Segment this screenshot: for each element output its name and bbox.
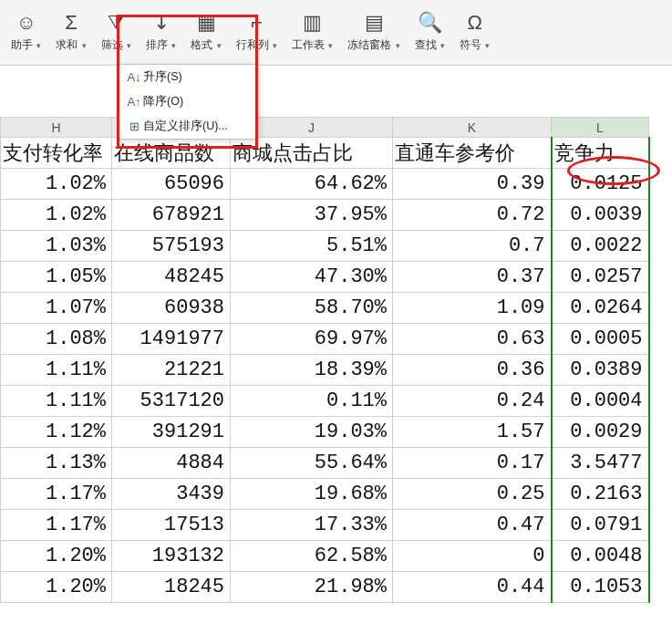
cell[interactable]: 1.20% (1, 541, 112, 572)
sort-menu-item-0[interactable]: A↓升序(S) (118, 65, 257, 89)
table-row: 1.17%1751317.33%0.470.0791 (1, 510, 649, 541)
cell[interactable]: 0.0791 (552, 510, 649, 541)
cell[interactable]: 1.11% (1, 386, 112, 417)
cell[interactable]: 0.0048 (552, 541, 649, 572)
sort-menu-label: 降序(O) (143, 94, 183, 109)
sort-menu-icon: A↓ (125, 70, 143, 84)
cell[interactable]: 0.0039 (552, 200, 649, 231)
cell[interactable]: 0.7 (393, 231, 552, 262)
cell[interactable]: 0.0022 (552, 231, 649, 262)
cell[interactable]: 0.17 (393, 448, 552, 479)
toolbar-sum-button[interactable]: Σ求和 ▾ (48, 0, 93, 58)
cell[interactable]: 55.64% (231, 448, 393, 479)
toolbar-filter-button[interactable]: ⧩筛选 ▾ (94, 0, 139, 58)
cell[interactable]: 58.70% (231, 293, 393, 324)
cell[interactable]: 1.13% (1, 448, 112, 479)
cell[interactable]: 60938 (112, 293, 231, 324)
cell[interactable]: 69.97% (231, 324, 393, 355)
cell[interactable]: 0 (393, 541, 552, 572)
filter-icon: ⧩ (108, 10, 124, 36)
cell[interactable]: 17513 (112, 510, 231, 541)
cell[interactable]: 64.62% (231, 169, 393, 200)
cell[interactable]: 1.57 (393, 417, 552, 448)
cell[interactable]: 1491977 (112, 324, 231, 355)
toolbar-assistant-button[interactable]: ☺助手 ▾ (4, 0, 48, 58)
column-title[interactable]: 直通车参考价 (393, 138, 552, 169)
cell[interactable]: 0.0389 (552, 355, 649, 386)
cell[interactable]: 0.63 (393, 324, 552, 355)
cell[interactable]: 5.51% (231, 231, 393, 262)
column-title[interactable]: 商城点击占比 (231, 138, 393, 169)
cell[interactable]: 1.07% (1, 293, 112, 324)
cell[interactable]: 0.47 (393, 510, 552, 541)
cell[interactable]: 391291 (112, 417, 231, 448)
spreadsheet[interactable]: HIJKL支付转化率在线商品数商城点击占比直通车参考价竞争力1.02%65096… (0, 117, 650, 603)
toolbar-rowcol-button[interactable]: ⌐行和列 ▾ (229, 0, 284, 58)
cell[interactable]: 0.0257 (552, 262, 649, 293)
toolbar-symbol-button[interactable]: Ω符号 ▾ (452, 0, 497, 58)
cell[interactable]: 0.0004 (552, 386, 649, 417)
cell[interactable]: 21221 (112, 355, 231, 386)
cell[interactable]: 0.37 (393, 262, 552, 293)
column-title[interactable]: 竞争力 (552, 138, 649, 169)
cell[interactable]: 5317120 (112, 386, 231, 417)
cell[interactable]: 0.72 (393, 200, 552, 231)
cell[interactable]: 21.98% (231, 572, 393, 603)
sort-menu-item-2[interactable]: ⊞自定义排序(U)... (118, 114, 257, 139)
cell[interactable]: 1.11% (1, 355, 112, 386)
cell[interactable]: 1.17% (1, 510, 112, 541)
cell[interactable]: 19.68% (231, 479, 393, 510)
cell[interactable]: 1.09 (393, 293, 552, 324)
cell[interactable]: 18245 (112, 572, 231, 603)
cell[interactable]: 0.36 (393, 355, 552, 386)
cell[interactable]: 19.03% (231, 417, 393, 448)
column-title[interactable]: 支付转化率 (1, 138, 112, 169)
cell[interactable]: 1.02% (1, 200, 112, 231)
cell[interactable]: 0.0264 (552, 293, 649, 324)
cell[interactable]: 0.0125 (552, 169, 649, 200)
cell[interactable]: 65096 (112, 169, 231, 200)
cell[interactable]: 1.02% (1, 169, 112, 200)
cell[interactable]: 1.08% (1, 324, 112, 355)
cell[interactable]: 0.2163 (552, 479, 649, 510)
cell[interactable]: 575193 (112, 231, 231, 262)
cell[interactable]: 193132 (112, 541, 231, 572)
toolbar-worksheet-button[interactable]: ▥工作表 ▾ (284, 0, 340, 58)
cell[interactable]: 3439 (112, 479, 231, 510)
column-title[interactable]: 在线商品数 (112, 138, 231, 169)
toolbar-label: 排序 ▾ (146, 37, 176, 53)
cell[interactable]: 18.39% (231, 355, 393, 386)
cell[interactable]: 0.24 (393, 386, 552, 417)
cell[interactable]: 678921 (112, 200, 231, 231)
toolbar-sort-button[interactable]: ↧排序 ▾ (139, 0, 183, 58)
toolbar-find-button[interactable]: 🔍查找 ▾ (408, 0, 452, 58)
cell[interactable]: 4884 (112, 448, 231, 479)
cell[interactable]: 47.30% (231, 262, 393, 293)
cell[interactable]: 0.11% (231, 386, 393, 417)
cell[interactable]: 48245 (112, 262, 231, 293)
cell[interactable]: 37.95% (231, 200, 393, 231)
cell[interactable]: 1.03% (1, 231, 112, 262)
column-header-letter[interactable]: H (1, 118, 112, 138)
cell[interactable]: 17.33% (231, 510, 393, 541)
chevron-down-icon: ▾ (171, 41, 176, 50)
toolbar-freeze-button[interactable]: ▤冻结窗格 ▾ (340, 0, 407, 58)
column-header-letter[interactable]: K (393, 118, 552, 138)
cell[interactable]: 1.17% (1, 479, 112, 510)
sort-menu-label: 自定义排序(U)... (143, 119, 228, 134)
cell[interactable]: 0.39 (393, 169, 552, 200)
sort-menu-item-1[interactable]: A↑降序(O) (118, 89, 257, 114)
cell[interactable]: 3.5477 (552, 448, 649, 479)
table-row: 1.13%488455.64%0.173.5477 (1, 448, 649, 479)
cell[interactable]: 0.44 (393, 572, 552, 603)
cell[interactable]: 0.0029 (552, 417, 649, 448)
cell[interactable]: 1.05% (1, 262, 112, 293)
cell[interactable]: 0.25 (393, 479, 552, 510)
column-header-letter[interactable]: L (552, 118, 649, 138)
toolbar-format-button[interactable]: ▦格式 ▾ (183, 0, 228, 58)
cell[interactable]: 62.58% (231, 541, 393, 572)
cell[interactable]: 1.12% (1, 417, 112, 448)
cell[interactable]: 0.1053 (552, 572, 649, 603)
cell[interactable]: 0.0005 (552, 324, 649, 355)
cell[interactable]: 1.20% (1, 572, 112, 603)
